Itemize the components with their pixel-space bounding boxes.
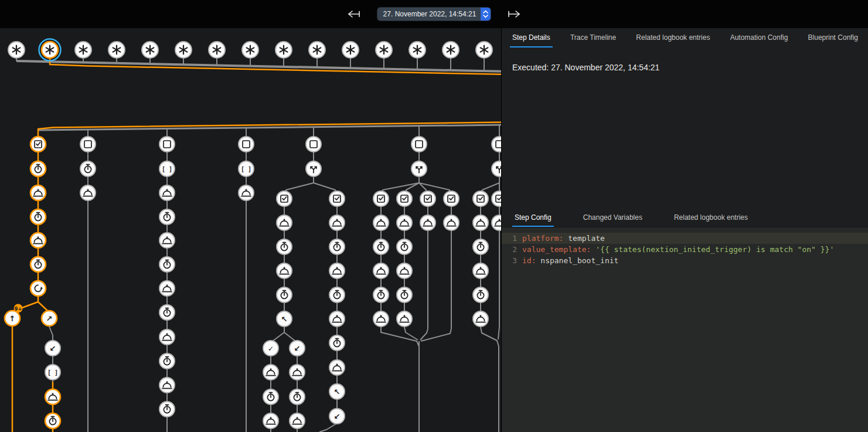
timer-node[interactable] bbox=[397, 239, 412, 254]
timer-node[interactable] bbox=[159, 353, 175, 369]
condition-checked-node[interactable] bbox=[277, 191, 292, 206]
trigger-node[interactable] bbox=[75, 42, 91, 58]
timer-node[interactable] bbox=[329, 335, 345, 351]
service-node[interactable] bbox=[473, 263, 488, 278]
arrow-up-right-node[interactable]: ↗ bbox=[42, 311, 57, 326]
yaml-editor[interactable]: 1platform: template2value_template: '{{ … bbox=[502, 227, 868, 432]
timer-node[interactable] bbox=[329, 287, 345, 302]
tab-automation-config[interactable]: Automation Config bbox=[728, 28, 791, 47]
service-node[interactable] bbox=[373, 263, 389, 278]
choose-node[interactable] bbox=[411, 161, 427, 176]
timer-node[interactable] bbox=[290, 389, 305, 404]
tab-step-config[interactable]: Step Config bbox=[512, 209, 554, 227]
condition-checked-node[interactable] bbox=[492, 191, 501, 206]
service-node[interactable] bbox=[290, 413, 305, 428]
service-node[interactable] bbox=[263, 413, 278, 428]
trigger-node[interactable] bbox=[275, 42, 292, 58]
condition-checked-node[interactable] bbox=[30, 137, 46, 152]
arrow-down-left-node[interactable]: ↙ bbox=[290, 341, 305, 356]
service-node[interactable] bbox=[277, 263, 292, 278]
repeat-node[interactable] bbox=[30, 281, 46, 296]
brackets-node[interactable]: [ ] bbox=[239, 161, 254, 176]
trigger-node[interactable] bbox=[309, 42, 325, 58]
timer-node[interactable] bbox=[45, 413, 60, 428]
service-node[interactable] bbox=[444, 215, 459, 230]
trigger-node[interactable] bbox=[376, 42, 392, 58]
trigger-node[interactable] bbox=[8, 42, 25, 58]
trigger-node[interactable] bbox=[142, 42, 158, 58]
trigger-node[interactable] bbox=[442, 42, 459, 58]
timer-node[interactable] bbox=[159, 257, 175, 272]
service-node[interactable] bbox=[329, 360, 345, 375]
condition-blank-node[interactable] bbox=[411, 137, 427, 152]
condition-checked-node[interactable] bbox=[329, 191, 345, 206]
service-node[interactable] bbox=[397, 311, 412, 326]
trigger-node[interactable] bbox=[342, 42, 359, 58]
service-node[interactable] bbox=[373, 311, 389, 326]
condition-blank-node[interactable] bbox=[492, 137, 501, 152]
timer-node[interactable] bbox=[30, 209, 46, 224]
check-node[interactable]: ✓ bbox=[263, 341, 278, 356]
condition-checked-node[interactable] bbox=[397, 191, 412, 206]
brackets-node[interactable]: [ ] bbox=[45, 365, 60, 380]
tab-related-logbook-entries[interactable]: Related logbook entries bbox=[634, 28, 712, 47]
trigger-node[interactable] bbox=[175, 42, 192, 58]
timer-node[interactable] bbox=[30, 161, 46, 176]
service-node[interactable] bbox=[30, 233, 46, 248]
condition-checked-node[interactable] bbox=[373, 191, 389, 206]
service-node[interactable] bbox=[159, 185, 175, 200]
service-node[interactable] bbox=[239, 185, 254, 200]
arrow-down-left-node[interactable]: ↙ bbox=[45, 341, 60, 356]
service-node[interactable] bbox=[473, 215, 488, 230]
arrow-down-left-node[interactable]: ↙ bbox=[329, 409, 345, 424]
service-node[interactable] bbox=[159, 281, 175, 296]
timer-node[interactable] bbox=[373, 239, 389, 254]
service-node[interactable] bbox=[373, 215, 389, 230]
service-node[interactable] bbox=[263, 365, 278, 380]
condition-checked-node[interactable] bbox=[444, 191, 459, 206]
service-node[interactable] bbox=[159, 329, 175, 345]
condition-checked-node[interactable] bbox=[420, 191, 435, 206]
brackets-node[interactable]: [ ] bbox=[159, 161, 175, 176]
timer-node[interactable] bbox=[80, 161, 96, 176]
condition-blank-node[interactable] bbox=[239, 137, 254, 152]
service-node[interactable] bbox=[492, 215, 501, 230]
timer-node[interactable] bbox=[473, 287, 488, 302]
condition-blank-node[interactable] bbox=[80, 137, 96, 152]
timer-node[interactable] bbox=[159, 402, 175, 417]
next-run-button[interactable] bbox=[505, 8, 523, 21]
run-picker[interactable]: 27. November 2022, 14:54:21 bbox=[377, 8, 491, 21]
choose-node[interactable] bbox=[306, 161, 321, 176]
previous-run-button[interactable] bbox=[345, 8, 363, 21]
condition-checked-node[interactable] bbox=[473, 191, 488, 206]
timer-node[interactable] bbox=[159, 305, 175, 320]
service-node[interactable] bbox=[45, 389, 60, 404]
service-node[interactable] bbox=[277, 215, 292, 230]
service-node[interactable] bbox=[290, 365, 305, 380]
tab-trace-timeline[interactable]: Trace Timeline bbox=[568, 28, 618, 47]
tab-blueprint-config[interactable]: Blueprint Config bbox=[806, 28, 860, 47]
trigger-node[interactable] bbox=[108, 42, 125, 58]
timer-node[interactable] bbox=[159, 209, 175, 224]
timer-node[interactable] bbox=[373, 287, 389, 302]
condition-blank-node[interactable] bbox=[306, 137, 321, 152]
tab-changed-variables[interactable]: Changed Variables bbox=[581, 209, 645, 227]
timer-node[interactable] bbox=[30, 257, 46, 272]
arrow-up-left-node[interactable]: ↖ bbox=[277, 311, 292, 326]
trigger-node[interactable] bbox=[242, 42, 258, 58]
service-node[interactable] bbox=[30, 185, 46, 200]
timer-node[interactable] bbox=[397, 287, 412, 302]
service-node[interactable] bbox=[473, 311, 488, 326]
arrow-up-node[interactable]: ↑ bbox=[5, 311, 20, 326]
tab-related-logbook-entries[interactable]: Related logbook entries bbox=[672, 209, 750, 227]
timer-node[interactable] bbox=[329, 239, 345, 254]
service-node[interactable] bbox=[159, 377, 175, 393]
trigger-node[interactable] bbox=[39, 39, 61, 61]
choose-node[interactable] bbox=[492, 161, 501, 176]
trigger-node[interactable] bbox=[409, 42, 426, 58]
timer-node[interactable] bbox=[263, 389, 278, 404]
service-node[interactable] bbox=[420, 215, 435, 230]
service-node[interactable] bbox=[329, 263, 345, 278]
service-node[interactable] bbox=[397, 215, 412, 230]
condition-blank-node[interactable] bbox=[159, 137, 175, 152]
